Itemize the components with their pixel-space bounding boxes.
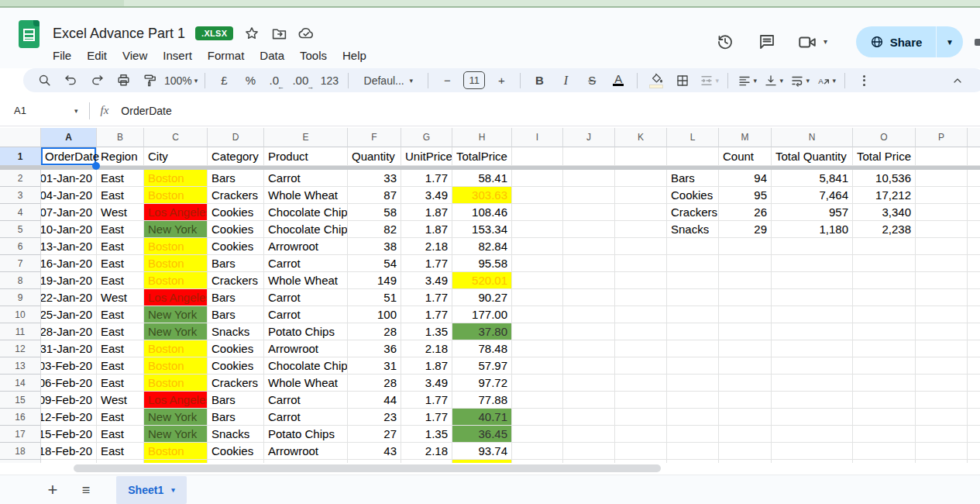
cell-B9[interactable]: West xyxy=(97,289,144,306)
cell-C18[interactable]: Boston xyxy=(144,443,208,460)
cell-P18[interactable] xyxy=(916,443,968,460)
cell-overflow-10[interactable] xyxy=(968,306,980,323)
cell-O8[interactable] xyxy=(853,272,916,289)
cell-O15[interactable] xyxy=(853,392,916,409)
cell-J16[interactable] xyxy=(563,409,615,426)
column-header-E[interactable]: E xyxy=(264,128,348,147)
cell-G12[interactable]: 2.18 xyxy=(401,340,452,357)
text-color-button[interactable]: A xyxy=(605,71,631,91)
cell-K3[interactable] xyxy=(615,187,667,204)
cell-H2[interactable]: 58.41 xyxy=(452,170,512,187)
cell-G18[interactable]: 2.18 xyxy=(401,443,452,460)
cell-N16[interactable] xyxy=(772,409,853,426)
more-formats-button[interactable]: 123 xyxy=(316,71,342,91)
cell-C17[interactable]: New York xyxy=(144,426,208,443)
cell-G13[interactable]: 1.87 xyxy=(401,357,452,375)
row-header-11[interactable]: 11 xyxy=(0,323,41,340)
cell-L17[interactable] xyxy=(667,426,719,443)
cell-P17[interactable] xyxy=(916,426,968,443)
cell-H17[interactable]: 36.45 xyxy=(452,426,512,443)
column-header-J[interactable]: J xyxy=(563,128,615,147)
cell-L15[interactable] xyxy=(667,392,719,409)
sheets-logo-icon[interactable] xyxy=(19,20,40,48)
cell-I5[interactable] xyxy=(512,221,563,238)
cell-H15[interactable]: 77.88 xyxy=(452,392,512,409)
cell-B2[interactable]: East xyxy=(97,170,144,187)
cell-B3[interactable]: East xyxy=(97,187,144,204)
cell-D12[interactable]: Cookies xyxy=(208,340,264,357)
cell-I3[interactable] xyxy=(512,187,563,204)
sheet-tab-caret-icon[interactable]: ▾ xyxy=(171,486,175,494)
cell-D7[interactable]: Bars xyxy=(208,255,264,272)
cell-D5[interactable]: Cookies xyxy=(208,221,264,238)
cell-D18[interactable]: Cookies xyxy=(208,443,264,460)
font-size-input[interactable]: 11 xyxy=(463,71,485,89)
cell-H9[interactable]: 90.27 xyxy=(452,289,512,306)
cell-B15[interactable]: West xyxy=(97,392,144,409)
cell-B13[interactable]: East xyxy=(97,357,144,375)
cell-C9[interactable]: Los Angeles xyxy=(144,289,208,306)
cell-N18[interactable] xyxy=(772,443,853,460)
print-button[interactable] xyxy=(110,71,136,91)
cell-J11[interactable] xyxy=(563,323,615,340)
cell-P13[interactable] xyxy=(916,357,968,375)
cell-overflow-11[interactable] xyxy=(968,323,980,340)
cell-L18[interactable] xyxy=(667,443,719,460)
cell-B12[interactable]: East xyxy=(97,340,144,357)
cell-H7[interactable]: 95.58 xyxy=(452,255,512,272)
cell-P3[interactable] xyxy=(916,187,968,204)
all-sheets-button[interactable]: ≡ xyxy=(74,478,98,502)
cell-L7[interactable] xyxy=(667,255,719,272)
cell-L6[interactable] xyxy=(667,238,719,255)
cell-F12[interactable]: 36 xyxy=(348,340,401,357)
cell-B11[interactable]: East xyxy=(97,323,144,340)
row-header-1[interactable]: 1 xyxy=(0,147,41,166)
cell-L16[interactable] xyxy=(667,409,719,426)
collapse-toolbar-button[interactable] xyxy=(944,71,971,91)
cell-O13[interactable] xyxy=(853,357,916,375)
tab-sheet1[interactable]: Sheet1 ▾ xyxy=(116,476,187,504)
cell-N12[interactable] xyxy=(772,340,853,357)
document-title[interactable]: Excel Advance Part 1 xyxy=(53,26,185,42)
more-options-button[interactable] xyxy=(851,71,877,91)
cell-D4[interactable]: Cookies xyxy=(208,204,264,221)
move-to-folder-icon[interactable] xyxy=(270,25,287,42)
cell-I12[interactable] xyxy=(512,340,563,357)
cell-P11[interactable] xyxy=(916,323,968,340)
increase-font-size-button[interactable]: + xyxy=(488,71,514,91)
cell-H4[interactable]: 108.46 xyxy=(452,204,512,221)
row-header-16[interactable]: 16 xyxy=(0,409,41,426)
cell-D8[interactable]: Crackers xyxy=(208,272,264,289)
cell-N9[interactable] xyxy=(772,289,853,306)
cell-O12[interactable] xyxy=(853,340,916,357)
cell-D2[interactable]: Bars xyxy=(208,170,264,187)
cell-F7[interactable]: 54 xyxy=(348,255,401,272)
cell-J1[interactable] xyxy=(563,147,615,166)
cell-G1[interactable]: UnitPrice xyxy=(401,147,452,166)
comments-icon[interactable] xyxy=(756,31,778,53)
cell-A9[interactable]: 22-Jan-20 xyxy=(41,289,97,306)
cell-O6[interactable] xyxy=(853,238,916,255)
merge-cells-button[interactable]: ▾ xyxy=(696,71,722,91)
italic-button[interactable]: I xyxy=(552,71,579,91)
cell-N4[interactable]: 957 xyxy=(772,204,853,221)
cell-O9[interactable] xyxy=(853,289,916,306)
cell-M5[interactable]: 29 xyxy=(719,221,772,238)
cell-E12[interactable]: Arrowroot xyxy=(264,340,348,357)
cell-A10[interactable]: 25-Jan-20 xyxy=(41,306,97,323)
cell-N1[interactable]: Total Quantity xyxy=(772,147,853,166)
row-header-5[interactable]: 5 xyxy=(0,221,41,238)
cell-D9[interactable]: Bars xyxy=(208,289,264,306)
cell-G3[interactable]: 3.49 xyxy=(401,187,452,204)
column-header-C[interactable]: C xyxy=(144,128,208,147)
cell-G11[interactable]: 1.35 xyxy=(401,323,452,340)
cell-K14[interactable] xyxy=(615,375,667,392)
cell-G15[interactable]: 1.77 xyxy=(401,392,452,409)
cell-M8[interactable] xyxy=(719,272,772,289)
increase-decimal-button[interactable]: .00→ xyxy=(290,71,316,91)
cell-overflow-6[interactable] xyxy=(968,238,980,255)
cell-I6[interactable] xyxy=(512,238,563,255)
cell-D13[interactable]: Cookies xyxy=(208,357,264,375)
column-header-B[interactable]: B xyxy=(97,128,144,147)
search-button[interactable] xyxy=(31,71,57,91)
